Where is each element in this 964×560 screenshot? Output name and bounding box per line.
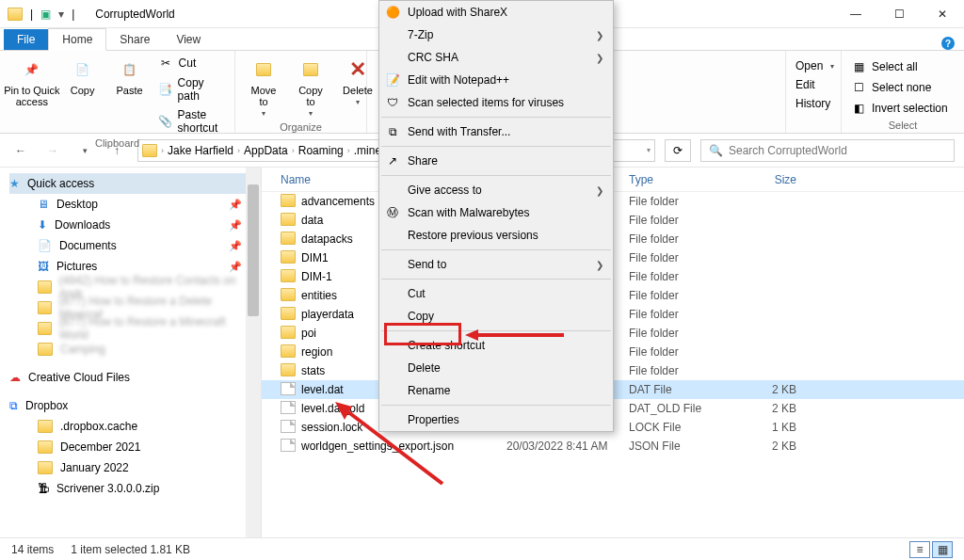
status-bar: 14 items 1 item selected 1.81 KB ≡ ▦ xyxy=(0,537,964,560)
cut-button[interactable]: ✂Cut xyxy=(156,55,227,72)
menu-item[interactable]: Delete xyxy=(379,357,613,379)
menu-item[interactable]: 7-Zip❯ xyxy=(379,24,613,46)
qat-check-icon[interactable]: ▣ xyxy=(40,8,51,21)
select-all-button[interactable]: ▦Select all xyxy=(849,58,950,75)
folder-icon xyxy=(281,288,296,304)
nav-folder[interactable]: January 2022 xyxy=(9,457,261,478)
menu-item[interactable]: Restore previous versions xyxy=(379,224,613,247)
invert-icon: ◧ xyxy=(851,101,866,116)
copy-to-icon xyxy=(297,56,324,83)
search-icon: 🔍 xyxy=(709,144,723,157)
menu-item[interactable]: 🛡Scan selected items for viruses xyxy=(379,91,613,114)
menu-item[interactable]: ⓂScan with Malwarebytes xyxy=(379,201,613,224)
annotation-arrow xyxy=(329,399,461,493)
menu-item[interactable]: Give access to❯ xyxy=(379,179,613,201)
paste-icon: 📋 xyxy=(117,56,143,83)
refresh-button[interactable]: ⟳ xyxy=(665,139,691,162)
star-icon: ★ xyxy=(9,177,20,190)
pin-to-quick-access-button[interactable]: 📌 Pin to Quick access xyxy=(8,55,56,109)
menu-separator xyxy=(381,175,611,176)
pin-icon: 📌 xyxy=(229,261,242,273)
qat-chevron-icon[interactable]: ▾ xyxy=(58,8,64,21)
svg-marker-1 xyxy=(465,329,478,341)
dropbox-icon: ⧉ xyxy=(385,124,400,139)
column-type[interactable]: Type xyxy=(629,173,740,186)
details-view-button[interactable]: ≡ xyxy=(909,541,930,558)
mwb-icon: Ⓜ xyxy=(385,205,400,220)
copy-to-button[interactable]: Copy to▾ xyxy=(290,55,331,120)
edit-button[interactable]: Edit xyxy=(794,77,836,92)
qat-divider: | xyxy=(72,8,74,21)
nav-desktop[interactable]: 🖥Desktop📌 xyxy=(9,194,261,215)
icons-view-button[interactable]: ▦ xyxy=(932,541,953,558)
folder-icon xyxy=(281,326,296,342)
pin-icon: 📌 xyxy=(229,219,242,232)
group-caption: Select xyxy=(849,118,956,131)
folder-icon xyxy=(281,344,296,360)
context-menu: 🟠Upload with ShareX7-Zip❯CRC SHA❯📝Edit w… xyxy=(378,0,614,432)
svg-line-2 xyxy=(344,408,442,484)
maximize-button[interactable]: ☐ xyxy=(877,0,921,28)
column-size[interactable]: Size xyxy=(740,173,796,186)
menu-item[interactable]: 📝Edit with Notepad++ xyxy=(379,69,613,91)
menu-item[interactable]: Cut xyxy=(379,282,613,305)
nav-quick-access[interactable]: ★Quick access xyxy=(9,173,261,194)
file-icon xyxy=(281,439,296,455)
nav-scrollbar[interactable] xyxy=(246,168,261,537)
menu-separator xyxy=(381,117,611,118)
help-icon[interactable]: ? xyxy=(941,37,955,50)
scrollbar-thumb[interactable] xyxy=(248,184,259,316)
group-caption: Clipboard xyxy=(8,136,227,149)
history-button[interactable]: History xyxy=(794,96,836,111)
nav-folder[interactable]: (877) How to Restore a Minecraft World xyxy=(9,318,261,339)
menu-item[interactable]: CRC SHA❯ xyxy=(379,46,613,69)
window-title: CorruptedWorld xyxy=(95,8,174,21)
nav-folder[interactable]: .dropbox.cache xyxy=(9,416,261,437)
select-none-button[interactable]: ☐Select none xyxy=(849,79,950,96)
nav-pane: ★Quick access 🖥Desktop📌 ⬇Downloads📌 📄Doc… xyxy=(0,168,262,537)
scissors-icon: ✂ xyxy=(158,56,173,71)
tab-view[interactable]: View xyxy=(163,29,214,50)
copy-path-button[interactable]: 📑Copy path xyxy=(156,75,227,104)
folder-icon xyxy=(281,363,296,379)
menu-item[interactable]: Copy xyxy=(379,305,613,328)
submenu-arrow-icon: ❯ xyxy=(596,53,603,63)
copy-button[interactable]: 📄 Copy xyxy=(62,55,104,98)
nav-dropbox[interactable]: ⧉Dropbox xyxy=(9,395,261,416)
tab-file[interactable]: File xyxy=(4,29,48,50)
move-to-button[interactable]: Move to▾ xyxy=(243,55,284,120)
minimize-button[interactable]: — xyxy=(834,0,877,28)
file-icon xyxy=(281,401,296,417)
nav-documents[interactable]: 📄Documents📌 xyxy=(9,235,261,256)
select-all-icon: ▦ xyxy=(851,59,866,74)
open-button[interactable]: Open▾ xyxy=(794,58,836,73)
folder-icon xyxy=(281,250,296,266)
paste-shortcut-button[interactable]: 📎Paste shortcut xyxy=(156,107,227,136)
nav-folder[interactable]: Camping xyxy=(9,339,261,360)
menu-item[interactable]: 🟠Upload with ShareX xyxy=(379,1,613,24)
folder-icon xyxy=(38,420,53,433)
invert-selection-button[interactable]: ◧Invert selection xyxy=(849,100,950,117)
status-item-count: 14 items xyxy=(11,543,54,556)
nav-file[interactable]: 🗜Scrivener 3.0.0.0.zip xyxy=(9,478,261,499)
nav-downloads[interactable]: ⬇Downloads📌 xyxy=(9,215,261,235)
close-button[interactable]: ✕ xyxy=(921,0,964,28)
folder-icon xyxy=(38,343,53,356)
pin-icon: 📌 xyxy=(229,199,242,211)
menu-separator xyxy=(381,249,611,250)
pictures-icon: 🖼 xyxy=(38,260,49,273)
paste-button[interactable]: 📋 Paste xyxy=(109,55,151,98)
menu-item[interactable]: ↗Share xyxy=(379,150,613,172)
search-input[interactable]: 🔍 Search CorruptedWorld xyxy=(700,139,955,162)
menu-item[interactable]: ⧉Send with Transfer... xyxy=(379,120,613,143)
tab-share[interactable]: Share xyxy=(106,29,163,50)
folder-icon xyxy=(38,301,52,314)
nav-folder[interactable]: December 2021 xyxy=(9,437,261,457)
tab-home[interactable]: Home xyxy=(48,28,106,51)
path-dropdown-icon[interactable]: ▾ xyxy=(647,146,651,154)
pin-icon: 📌 xyxy=(229,240,242,252)
nav-creative-cloud[interactable]: ☁Creative Cloud Files xyxy=(9,367,261,388)
shortcut-icon: 📎 xyxy=(158,114,172,129)
menu-item[interactable]: Send to❯ xyxy=(379,253,613,276)
download-icon: ⬇ xyxy=(38,218,47,232)
